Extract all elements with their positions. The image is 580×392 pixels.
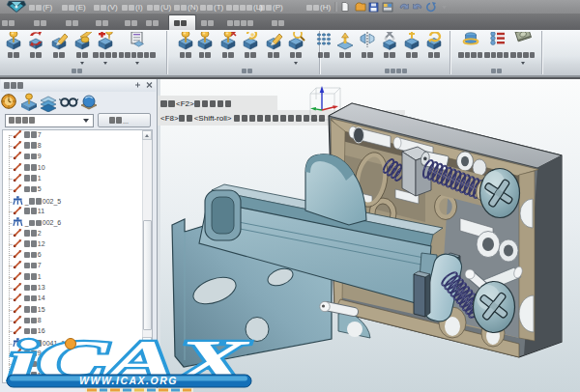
svg-text:WWW.ICAX.ORG: WWW.ICAX.ORG: [79, 375, 178, 386]
